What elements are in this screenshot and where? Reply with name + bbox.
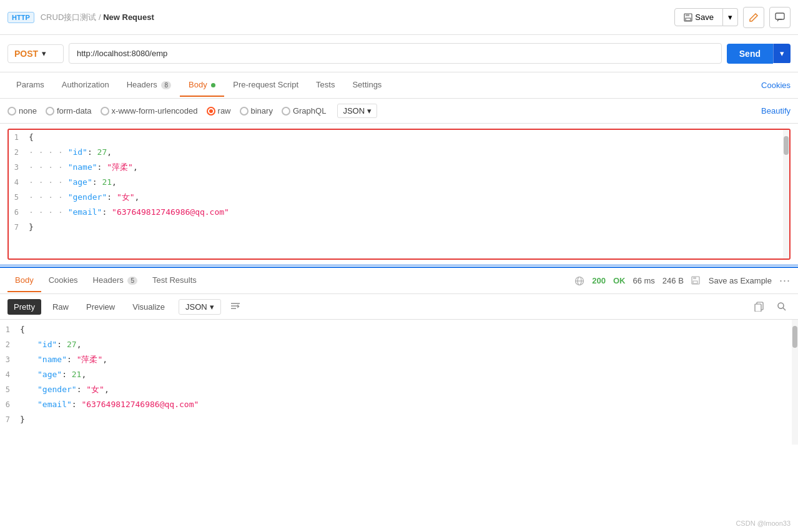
req-line-5: 5 · · · · "gender": "女", xyxy=(9,190,789,205)
fmt-pretty[interactable]: Pretty xyxy=(7,299,41,315)
response-scrollbar[interactable] xyxy=(792,320,798,445)
body-options: none form-data x-www-form-urlencoded raw… xyxy=(0,99,798,124)
resp-json-arrow: ▾ xyxy=(210,302,214,312)
response-scrollbar-thumb[interactable] xyxy=(792,326,797,348)
svg-rect-8 xyxy=(693,277,696,279)
tab-tests[interactable]: Tests xyxy=(307,74,343,97)
wrap-icon[interactable] xyxy=(230,300,241,313)
beautify-button[interactable]: Beautify xyxy=(761,106,791,116)
save-dropdown-button[interactable]: ▾ xyxy=(723,8,738,26)
collection-name[interactable]: CRUD接口测试 xyxy=(41,12,97,22)
url-bar: POST ▾ Send ▾ xyxy=(0,35,798,72)
tab-body[interactable]: Body xyxy=(180,74,224,97)
svg-rect-9 xyxy=(693,281,697,283)
opt-raw[interactable]: raw xyxy=(207,106,231,116)
tab-headers[interactable]: Headers 8 xyxy=(118,74,180,97)
response-tabs-bar: Body Cookies Headers 5 Test Results 200 … xyxy=(0,267,798,294)
svg-line-16 xyxy=(783,308,786,310)
radio-formdata xyxy=(46,107,54,116)
resp-tab-body[interactable]: Body xyxy=(7,269,41,292)
copy-response-button[interactable] xyxy=(751,298,768,315)
url-input[interactable] xyxy=(69,43,722,64)
send-dropdown-button[interactable]: ▾ xyxy=(773,44,791,63)
send-btn-group: Send ▾ xyxy=(727,44,791,64)
req-line-6: 6 · · · · "email": "637649812746986@qq.c… xyxy=(9,205,789,220)
search-response-button[interactable] xyxy=(773,298,791,315)
svg-rect-14 xyxy=(755,304,761,312)
opt-formdata[interactable]: form-data xyxy=(46,106,92,116)
svg-rect-2 xyxy=(686,18,691,21)
tab-params-label: Params xyxy=(16,80,44,89)
save-label: Save xyxy=(695,12,714,22)
save-button[interactable]: Save xyxy=(674,8,723,26)
resp-line-3: 3 "name": "萍柔", xyxy=(0,352,798,367)
req-line-4: 4 · · · · "age": 21, xyxy=(9,175,789,190)
opt-graphql-label: GraphQL xyxy=(293,106,326,116)
method-selector[interactable]: POST ▾ xyxy=(7,44,64,63)
resp-tab-headers-label: Headers xyxy=(93,275,124,285)
svg-point-15 xyxy=(778,303,784,308)
tab-body-label: Body xyxy=(189,80,207,89)
req-line-2: 2 · · · · "id": 27, xyxy=(9,145,789,160)
save-as-example-link[interactable]: Save as Example xyxy=(709,276,772,285)
req-line-7: 7 } xyxy=(9,220,789,235)
line-wrap-icon xyxy=(230,300,241,312)
method-label: POST xyxy=(14,49,38,59)
save-btn-wrapper: Save ▾ xyxy=(674,8,738,26)
fmt-visualize[interactable]: Visualize xyxy=(126,299,171,315)
tab-authorization[interactable]: Authorization xyxy=(53,74,118,97)
svg-rect-1 xyxy=(686,14,689,16)
tab-settings[interactable]: Settings xyxy=(343,74,390,97)
copy-icon xyxy=(754,302,764,312)
tab-authorization-label: Authorization xyxy=(62,80,109,89)
pencil-icon xyxy=(749,12,759,22)
opt-binary-label: binary xyxy=(251,106,273,116)
opt-none-label: none xyxy=(19,106,37,116)
tab-prerequest[interactable]: Pre-request Script xyxy=(224,74,307,97)
status-code: 200 xyxy=(592,276,606,285)
save-example-icon xyxy=(691,276,701,286)
json-type-selector[interactable]: JSON ▾ xyxy=(337,104,377,118)
response-body-editor: 1 { 2 "id": 27, 3 "name": "萍柔", 4 "age":… xyxy=(0,320,798,445)
save-icon xyxy=(684,13,692,22)
status-text: OK xyxy=(613,276,626,285)
radio-raw xyxy=(207,107,215,116)
body-active-dot xyxy=(211,83,215,87)
fmt-raw[interactable]: Raw xyxy=(46,299,75,315)
resp-json-label: JSON xyxy=(185,302,207,312)
request-body-editor[interactable]: 1 { 2 · · · · "id": 27, 3 · · · · "name"… xyxy=(7,129,791,260)
globe-icon xyxy=(574,276,584,286)
edit-button[interactable] xyxy=(743,7,764,28)
resp-json-selector[interactable]: JSON ▾ xyxy=(179,299,221,315)
send-button[interactable]: Send xyxy=(727,44,773,64)
response-size: 246 B xyxy=(663,276,684,285)
json-type-label: JSON xyxy=(343,106,365,116)
request-code-lines: 1 { 2 · · · · "id": 27, 3 · · · · "name"… xyxy=(9,130,789,235)
opt-urlencoded[interactable]: x-www-form-urlencoded xyxy=(101,106,198,116)
response-status: 200 OK 66 ms 246 B Save as Example ··· xyxy=(574,274,791,287)
response-divider xyxy=(0,265,798,265)
opt-binary[interactable]: binary xyxy=(240,106,273,116)
resp-tab-cookies-label: Cookies xyxy=(49,275,78,285)
resp-tab-cookies[interactable]: Cookies xyxy=(41,269,86,292)
resp-tab-tests[interactable]: Test Results xyxy=(145,269,204,292)
headers-badge: 8 xyxy=(161,81,171,89)
comment-button[interactable] xyxy=(769,7,791,28)
resp-action-icons xyxy=(751,298,791,315)
comment-icon xyxy=(775,12,785,22)
opt-graphql[interactable]: GraphQL xyxy=(282,106,326,116)
radio-binary xyxy=(240,107,249,116)
opt-none[interactable]: none xyxy=(7,106,37,116)
breadcrumb: CRUD接口测试 / New Request xyxy=(41,12,154,23)
request-tabs-bar: Params Authorization Headers 8 Body Pre-… xyxy=(0,72,798,99)
http-badge: HTTP xyxy=(7,12,34,23)
editor-scrollbar-thumb[interactable] xyxy=(784,136,789,155)
more-options-button[interactable]: ··· xyxy=(779,274,791,287)
response-time: 66 ms xyxy=(633,276,654,285)
radio-urlencoded xyxy=(101,107,109,116)
editor-scrollbar[interactable] xyxy=(783,130,789,259)
fmt-preview[interactable]: Preview xyxy=(80,299,121,315)
resp-tab-headers[interactable]: Headers 5 xyxy=(86,269,145,292)
tab-params[interactable]: Params xyxy=(7,74,53,97)
cookies-link[interactable]: Cookies xyxy=(761,81,791,90)
